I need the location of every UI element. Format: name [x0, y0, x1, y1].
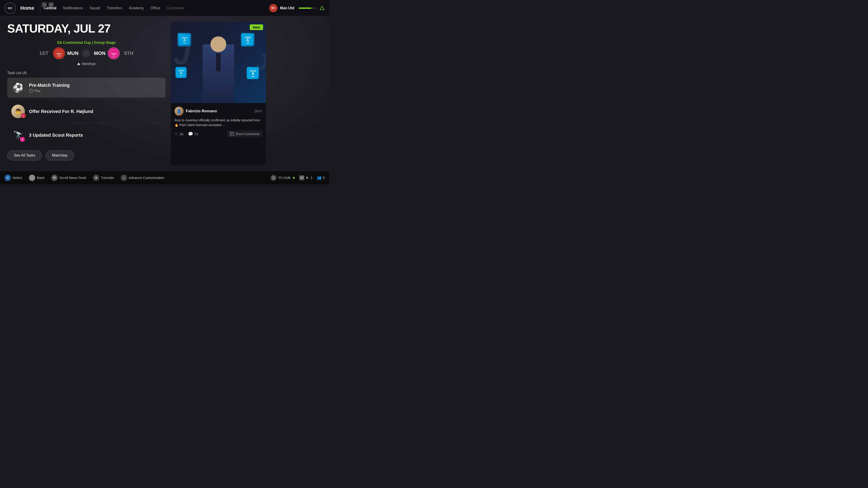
- back-action: ○ Back: [29, 175, 44, 181]
- task-list: Task List (4) ⚽ Pre-Match Training ✕ Pla…: [7, 71, 165, 145]
- fc-hub-icon: [270, 175, 277, 181]
- leaf-icon: [320, 6, 324, 11]
- svg-text:A: A: [180, 71, 182, 74]
- task-icon-soccer-container: ⚽: [11, 80, 25, 95]
- author-avatar-icon: 👤: [177, 109, 181, 113]
- task-item-scout-reports[interactable]: 🔭 3 3 Updated Scout Reports: [7, 125, 165, 145]
- svg-text:A: A: [252, 72, 254, 75]
- home-team-info: MAN UTD MUN: [53, 47, 79, 59]
- nav-item-squad[interactable]: Squad: [90, 5, 100, 11]
- app-logo: MC: [4, 2, 16, 14]
- xp-bar-container: [299, 7, 317, 9]
- select-action: ✕ Select: [4, 175, 22, 181]
- mun-badge-icon: MAN UTD: [55, 49, 64, 58]
- show-comments-label: Show Comments: [235, 132, 259, 136]
- svg-point-37: [273, 177, 274, 178]
- serie-a-badge-ml: SERIE A TIM: [176, 67, 187, 78]
- training-icon: [12, 81, 24, 94]
- xp-bar-fill: [299, 7, 311, 9]
- svg-line-12: [20, 86, 21, 89]
- advance-customisation-action: ≡ Advance Customisation: [121, 175, 164, 181]
- scroll-news-feed-label: Scroll News Feed: [59, 176, 86, 180]
- news-text: Ruiz to Juventus officially confirmed, a…: [175, 118, 262, 127]
- match-row: 1ST MAN UTD MUN: [7, 47, 165, 59]
- ctrl-btn-r1: R1: [49, 2, 54, 7]
- scout-badge-count: 3: [20, 137, 25, 142]
- svg-marker-38: [307, 176, 308, 179]
- task-subtitle-pre-match: ✕ Play: [29, 89, 162, 93]
- left-panel: SATURDAY, JUL 27 SA Continental Cup | Gr…: [7, 22, 165, 165]
- camera-icon: [272, 176, 276, 180]
- serie-a-badge-icon-tr: SERIE A TIM: [242, 34, 253, 45]
- nav-count: 1: [311, 176, 312, 180]
- people-indicator: 👥 0: [317, 175, 324, 180]
- like-button[interactable]: ♡ 3K: [175, 131, 184, 136]
- away-position: 5TH: [123, 51, 134, 56]
- show-comments-button[interactable]: Show Comments: [227, 131, 262, 137]
- svg-text:TIM: TIM: [183, 42, 185, 43]
- serie-a-badge-tr: SERIE A TIM: [241, 33, 254, 46]
- likes-count: 3K: [180, 132, 184, 136]
- serie-a-badge-icon-ml: SERIE A TIM: [176, 68, 186, 78]
- task-text-scout: 3 Updated Scout Reports: [29, 133, 162, 138]
- controller-icons: L1 R1: [42, 2, 54, 7]
- nav-items: Central Notifications Squad Transfers Ac…: [44, 5, 269, 11]
- svg-text:MAN: MAN: [57, 53, 61, 55]
- main-content: SATURDAY, JUL 27 SA Continental Cup | Gr…: [0, 16, 329, 171]
- task-title-pre-match: Pre-Match Training: [29, 83, 162, 88]
- svg-text:A: A: [183, 38, 185, 42]
- standings-label: Standings: [82, 62, 96, 66]
- club-badge: MU: [269, 4, 277, 12]
- logo-area: MC: [4, 2, 16, 14]
- svg-text:TIM: TIM: [180, 75, 182, 76]
- news-date: 26/07: [254, 109, 262, 113]
- advance-customisation-label: Advance Customisation: [129, 176, 164, 180]
- reporter-tie: [216, 53, 221, 71]
- nav-item-notifications[interactable]: Notifications: [63, 5, 83, 11]
- home-position: 1ST: [38, 51, 50, 56]
- svg-text:TIM: TIM: [251, 76, 254, 77]
- see-all-tasks-button[interactable]: See All Tasks: [7, 151, 42, 160]
- away-team-info: MON MON ZA: [94, 47, 119, 59]
- right-panel: New J J SERIE A TIM SERIE: [171, 22, 266, 165]
- comments-panel-icon: [230, 132, 234, 136]
- nav-r2-icon: R2: [299, 175, 304, 180]
- action-buttons: See All Tasks Matchday: [7, 151, 165, 160]
- player-badge-container: 👦 M: [11, 105, 25, 118]
- nav-item-office[interactable]: Office: [151, 5, 160, 11]
- tutorials-action: ⊞ Tutorials: [93, 175, 114, 181]
- o-button-icon: ○: [29, 175, 35, 181]
- matchday-button[interactable]: Matchday: [45, 151, 74, 160]
- svg-line-11: [15, 86, 16, 89]
- mon-badge-icon: MON ZA: [109, 49, 118, 58]
- serie-a-badge-icon-tl: SERIE A TIM: [180, 35, 190, 45]
- comment-icon: 💬: [188, 131, 193, 136]
- reporter-head: [211, 36, 226, 52]
- club-name: Man Utd: [280, 6, 294, 10]
- news-image: New J J SERIE A TIM SERIE: [171, 22, 266, 103]
- fc-hub-dot: [293, 177, 295, 179]
- select-label: Select: [13, 176, 22, 180]
- standings-button[interactable]: Standings: [7, 62, 165, 66]
- nav-item-transfers[interactable]: Transfers: [107, 5, 122, 11]
- serie-a-badge-mr: SERIE A TIM: [247, 67, 259, 79]
- nav-item-academy[interactable]: Academy: [129, 5, 144, 11]
- task-item-offer-received[interactable]: 👦 M Offer Received For R. Højlund: [7, 101, 165, 121]
- tutorials-label: Tutorials: [101, 176, 114, 180]
- club-mini-badge: M: [21, 113, 26, 118]
- news-author-row: 👤 Fabrizio Romano 26/07: [175, 107, 262, 116]
- svg-text:A: A: [246, 38, 249, 42]
- news-card: New J J SERIE A TIM SERIE: [171, 22, 266, 165]
- comment-count-button[interactable]: 💬 72: [188, 131, 198, 136]
- bottom-bar: ✕ Select ○ Back R Scroll News Feed ⊞ Tut…: [0, 171, 329, 184]
- svg-point-10: [13, 86, 22, 91]
- x-button-icon: ✕: [4, 175, 11, 181]
- nav-item-customise[interactable]: Customise: [167, 5, 184, 11]
- task-item-pre-match-training[interactable]: ⚽ Pre-Match Training ✕ Play: [7, 78, 165, 98]
- home-label[interactable]: Home: [20, 5, 34, 11]
- top-right: MU Man Utd: [269, 4, 324, 12]
- svg-text:TIM: TIM: [246, 42, 249, 44]
- svg-text:ZA: ZA: [113, 55, 115, 57]
- task-title-scout: 3 Updated Scout Reports: [29, 133, 162, 138]
- fc-hub[interactable]: FC HUB: [270, 175, 295, 181]
